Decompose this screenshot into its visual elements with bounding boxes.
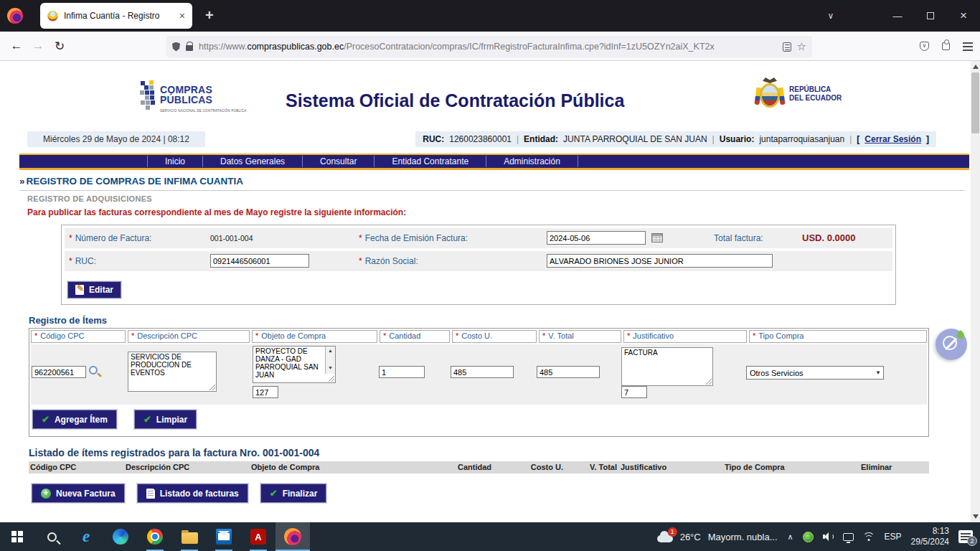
ruc-value: 1260023860001 [449, 134, 512, 144]
numero-factura-value: 001-001-004 [210, 234, 253, 242]
scrollbar-thumb[interactable] [971, 72, 979, 133]
tray-expand-icon[interactable]: ∧ [788, 532, 793, 542]
logout-link[interactable]: Cerrar Sesión [864, 134, 921, 144]
datetime-text: Miércoles 29 de Mayo de 2024 | 08:12 [27, 131, 205, 147]
nueva-factura-button[interactable]: + Nueva Factura [32, 484, 125, 503]
items-table: *Código CPC *Descripción CPC *Objeto de … [29, 328, 929, 437]
nav-inicio[interactable]: Inicio [147, 156, 202, 167]
listado-facturas-button[interactable]: Listado de facturas [137, 484, 248, 503]
col-justificativo: *Justificativo [623, 330, 747, 343]
tab-close-icon[interactable]: × [179, 11, 185, 21]
scrollbar-up-icon[interactable] [973, 65, 979, 69]
nav-consultar[interactable]: Consultar [302, 156, 374, 167]
codigo-cpc-input[interactable] [32, 366, 86, 378]
lh-descripcion-cpc: Descripción CPC [126, 463, 189, 471]
toolbar-right: ∨ [920, 32, 973, 61]
window-close-button[interactable]: × [947, 0, 980, 32]
antivirus-tray-icon[interactable] [803, 532, 814, 542]
lock-icon[interactable] [186, 45, 193, 51]
usuario-label: Usuario: [720, 134, 755, 144]
agregar-item-button[interactable]: ✔ Agregar Ítem [32, 410, 117, 429]
taskbar-edge[interactable] [103, 522, 138, 551]
nav-entidad-contratante[interactable]: Entidad Contratante [374, 156, 486, 167]
razon-social-input[interactable] [547, 254, 773, 268]
col-objeto-compra: *Objeto de Compra [252, 330, 377, 343]
bookmark-star-icon[interactable]: ☆ [797, 40, 806, 53]
logo-text-bottom: PÚBLICAS [160, 95, 247, 105]
limpiar-button[interactable]: ✔ Limpiar [134, 410, 197, 429]
tracking-shield-icon[interactable] [172, 42, 180, 52]
reload-button[interactable]: ↻ [49, 39, 70, 54]
taskbar-clock[interactable]: 8:13 29/5/2024 [911, 526, 949, 547]
cantidad-input[interactable] [379, 366, 425, 378]
tipo-compra-select[interactable]: Otros Servicios ▼ [746, 366, 884, 380]
invoice-form: *Número de Factura: 001-001-004 *Fecha d… [61, 225, 896, 305]
taskbar-acrobat[interactable]: A [241, 522, 275, 551]
extensions-icon[interactable] [942, 42, 950, 50]
forward-button[interactable]: → [27, 39, 49, 53]
items-section-title: Registro de Ítems [29, 315, 107, 326]
republic-line2: DEL ECUADOR [789, 94, 842, 103]
windows-icon [11, 531, 23, 542]
start-button[interactable] [0, 522, 34, 551]
v-total-input[interactable] [537, 366, 600, 378]
site-favicon-icon [47, 11, 58, 22]
descripcion-cpc-textarea[interactable]: SERVICIOS DE PRODUCCION DE EVENTOS [128, 352, 217, 392]
page-subtitle: REGISTRO DE ADQUISICIONES [27, 194, 152, 203]
weather-widget[interactable]: 1 26°CMayorm. nubla... [656, 529, 778, 544]
justificativo-aux-input[interactable] [621, 386, 647, 398]
calendar-icon[interactable] [651, 233, 663, 242]
nav-datos-generales[interactable]: Datos Generales [202, 156, 302, 167]
col-v-total: *V. Total [539, 330, 621, 343]
scrollbar-down-icon[interactable] [973, 514, 979, 519]
reader-mode-icon[interactable] [783, 42, 791, 52]
col-descripcion-cpc: *Descripción CPC [128, 330, 250, 343]
new-tab-button[interactable]: + [205, 7, 214, 24]
volume-icon[interactable] [823, 532, 834, 541]
taskbar-mail[interactable] [207, 522, 241, 551]
cast-icon[interactable] [843, 533, 854, 541]
menu-icon[interactable] [963, 46, 973, 47]
ruc-input[interactable] [210, 254, 309, 268]
pocket-icon[interactable]: ∨ [920, 42, 929, 51]
numero-factura-label: *Número de Factura: [69, 233, 151, 243]
window-maximize-button[interactable] [914, 0, 947, 32]
window-minimize-button[interactable]: — [881, 0, 914, 32]
objeto-compra-textarea[interactable]: PROYECTO DE DANZA - GAD PARROQUIAL SAN J… [253, 346, 336, 383]
fecha-emision-input[interactable] [547, 231, 646, 245]
wifi-icon[interactable] [863, 532, 875, 542]
scroll-down-icon[interactable]: ▼ [326, 364, 335, 372]
taskbar-chrome[interactable] [138, 522, 172, 551]
firefox-icon[interactable] [7, 8, 23, 24]
browser-tab[interactable]: Infima Cuantía - Registro × [40, 3, 192, 29]
editar-button[interactable]: Editar [67, 281, 121, 298]
language-indicator[interactable]: ESP [885, 532, 902, 542]
leaf-icon [956, 330, 966, 340]
taskbar-search-button[interactable] [34, 522, 69, 551]
taskbar-firefox[interactable] [275, 522, 310, 551]
logo-text-top: COMPRAS [160, 85, 247, 95]
instruction-text: Para publicar las facturas correspondien… [27, 207, 406, 217]
clock-time: 8:13 [911, 526, 949, 537]
scroll-up-icon[interactable]: ▲ [326, 347, 335, 355]
notification-center-icon[interactable]: 2 [958, 530, 973, 543]
objeto-aux-input[interactable] [253, 386, 278, 398]
acrobat-icon: A [250, 529, 266, 545]
page-scrollbar[interactable] [971, 61, 980, 522]
costo-u-input[interactable] [451, 366, 514, 378]
resize-handle-icon[interactable] [327, 375, 334, 382]
ecuador-crest-icon [755, 77, 784, 110]
weather-badge: 1 [668, 527, 677, 537]
taskbar-ie[interactable]: e [69, 522, 103, 551]
nav-administracion[interactable]: Administración [486, 156, 578, 167]
taskbar-explorer[interactable] [172, 522, 207, 551]
url-bar[interactable]: https://www.compraspublicas.gob.ec/Proce… [166, 36, 812, 57]
list-tabs-icon[interactable]: ∨ [818, 0, 844, 32]
republic-line1: REPÚBLICA [789, 85, 842, 94]
floating-widget[interactable] [936, 329, 967, 360]
search-cpc-icon[interactable] [89, 366, 98, 375]
justificativo-textarea[interactable]: FACTURA [621, 347, 713, 386]
finalizar-button[interactable]: ✔ Finalizar [260, 484, 327, 503]
back-button[interactable]: ← [6, 39, 27, 53]
textarea-scrollbar[interactable]: ▲ ▼ [325, 347, 335, 374]
